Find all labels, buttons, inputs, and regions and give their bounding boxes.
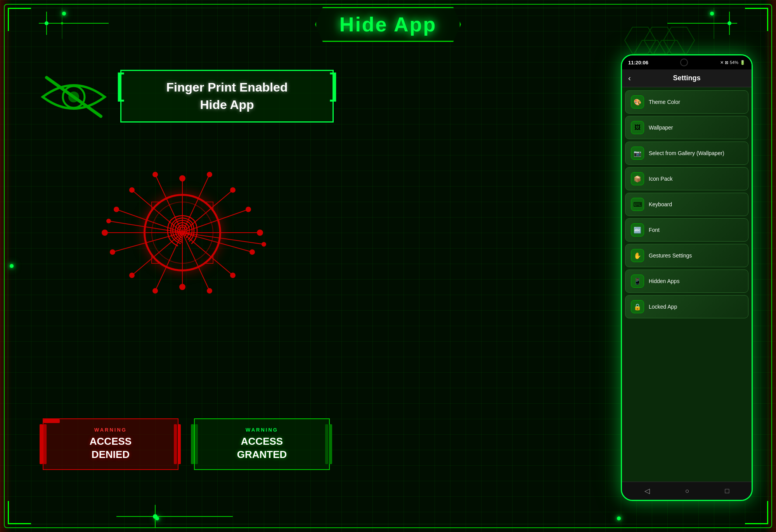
svg-rect-64: [43, 419, 59, 422]
access-granted-box: WARNING ACCESS GRANTED: [194, 418, 330, 470]
corner-tl: [8, 8, 31, 31]
menu-icon-theme-color: 🎨: [631, 95, 644, 109]
title-area: Hide App: [315, 7, 461, 42]
fp-brackets: [151, 202, 213, 264]
svg-point-9: [61, 22, 63, 24]
feature-label-text: Finger Print Enabled Hide App: [133, 79, 321, 114]
phone-nav-bar: ◁ ○ □: [622, 482, 752, 500]
svg-point-28: [114, 207, 119, 212]
status-notch: [680, 59, 688, 66]
menu-icon-font: 🔤: [631, 223, 644, 237]
menu-item-hidden-apps[interactable]: 📱 Hidden Apps: [625, 269, 748, 293]
corner-tr: [745, 8, 768, 31]
svg-point-22: [207, 172, 212, 177]
back-button[interactable]: ‹: [628, 74, 631, 83]
denied-right-stripe: [174, 424, 182, 464]
svg-point-26: [230, 188, 235, 192]
svg-rect-70: [195, 424, 198, 464]
phone-settings-content: 🎨 Theme Color 🖼 Wallpaper 📷 Select from …: [622, 87, 752, 482]
svg-point-30: [246, 207, 251, 212]
menu-icon-locked-app: 🔒: [631, 300, 644, 313]
status-icons: ✕ ⊠ 54% 🔋: [720, 60, 745, 65]
access-denied-box: WARNING ACCESS DENIED: [43, 418, 178, 470]
app-title: Hide App: [340, 13, 436, 36]
nav-home[interactable]: ○: [685, 487, 689, 495]
svg-point-8: [45, 21, 48, 25]
svg-rect-72: [329, 424, 332, 464]
svg-line-16: [47, 78, 101, 116]
menu-label-wallpaper: Wallpaper: [649, 124, 673, 131]
glow-dot: [10, 264, 14, 268]
granted-right-stripe: [325, 424, 333, 464]
menu-item-theme-color[interactable]: 🎨 Theme Color: [625, 90, 748, 114]
denied-brackets: [43, 419, 178, 469]
svg-point-48: [107, 219, 111, 223]
menu-label-gestures: Gestures Settings: [649, 252, 692, 259]
menu-item-wallpaper[interactable]: 🖼 Wallpaper: [625, 116, 748, 139]
phone-mockup: 11:20:06 ✕ ⊠ 54% 🔋 ‹ Settings 🎨 Theme Co…: [621, 54, 753, 501]
svg-point-38: [130, 273, 134, 278]
svg-point-13: [728, 21, 731, 25]
phone-header: ‹ Settings: [622, 69, 752, 87]
menu-item-font[interactable]: 🔤 Font: [625, 218, 748, 242]
svg-point-44: [250, 250, 255, 254]
denied-left-stripe: [40, 424, 47, 464]
menu-label-gallery-wallpaper: Select from Gallery (Wallpaper): [649, 150, 724, 156]
svg-point-34: [153, 288, 158, 293]
nav-recent[interactable]: □: [725, 487, 729, 495]
left-panel: Finger Print Enabled Hide App: [23, 47, 341, 501]
menu-icon-icon-pack: 📦: [631, 172, 644, 185]
fingerprint-container: [85, 140, 279, 326]
svg-rect-65: [40, 424, 43, 464]
svg-point-20: [153, 172, 158, 177]
feature-label: Finger Print Enabled Hide App: [120, 70, 334, 123]
settings-title: Settings: [673, 74, 700, 82]
status-time: 11:20:06: [628, 60, 648, 66]
granted-warning-label: WARNING: [246, 427, 278, 433]
menu-item-gestures[interactable]: ✋ Gestures Settings: [625, 244, 748, 267]
menu-icon-gallery-wallpaper: 📷: [631, 147, 644, 160]
granted-left-stripe: [191, 424, 199, 464]
menu-item-keyboard[interactable]: ⌨ Keyboard: [625, 193, 748, 216]
svg-point-40: [230, 273, 235, 278]
menu-icon-hidden-apps: 📱: [631, 275, 644, 288]
title-box: Hide App: [315, 7, 461, 42]
menu-label-locked-app: Locked App: [649, 304, 677, 310]
menu-icon-wallpaper: 🖼: [631, 121, 644, 134]
menu-icon-gestures: ✋: [631, 249, 644, 262]
status-area: WARNING ACCESS DENIED WARNING ACCESS GRA…: [43, 418, 330, 470]
svg-point-52: [262, 242, 266, 246]
glow-dot: [617, 516, 621, 520]
svg-rect-68: [178, 424, 181, 464]
svg-point-36: [207, 288, 212, 293]
svg-rect-67: [174, 424, 177, 464]
menu-item-gallery-wallpaper[interactable]: 📷 Select from Gallery (Wallpaper): [625, 142, 748, 165]
bottom-circuit: [116, 501, 233, 532]
corner-bl: [8, 501, 31, 524]
scanner-area: [43, 140, 322, 326]
menu-item-icon-pack[interactable]: 📦 Icon Pack: [625, 167, 748, 190]
svg-point-32: [180, 284, 185, 290]
svg-point-46: [102, 230, 107, 235]
menu-label-hidden-apps: Hidden Apps: [649, 278, 679, 284]
menu-item-locked-app[interactable]: 🔒 Locked App: [625, 295, 748, 318]
svg-point-76: [153, 514, 158, 519]
svg-rect-66: [43, 424, 47, 464]
circuit-deco-tr: [660, 0, 737, 47]
circuit-deco-tl: [39, 0, 116, 47]
svg-point-42: [110, 250, 115, 254]
menu-label-font: Font: [649, 227, 660, 233]
red-deco-right: [764, 0, 776, 532]
hide-icon: [35, 70, 113, 124]
corner-br: [745, 501, 768, 524]
nav-back[interactable]: ◁: [644, 487, 650, 495]
menu-label-theme-color: Theme Color: [649, 99, 680, 105]
svg-point-50: [257, 230, 263, 235]
svg-rect-71: [325, 424, 328, 464]
granted-status-text: ACCESS GRANTED: [237, 435, 287, 461]
svg-point-24: [130, 188, 134, 192]
phone-status-bar: 11:20:06 ✕ ⊠ 54% 🔋: [622, 55, 752, 69]
menu-label-icon-pack: Icon Pack: [649, 176, 672, 182]
menu-label-keyboard: Keyboard: [649, 201, 672, 207]
svg-point-18: [180, 176, 185, 181]
